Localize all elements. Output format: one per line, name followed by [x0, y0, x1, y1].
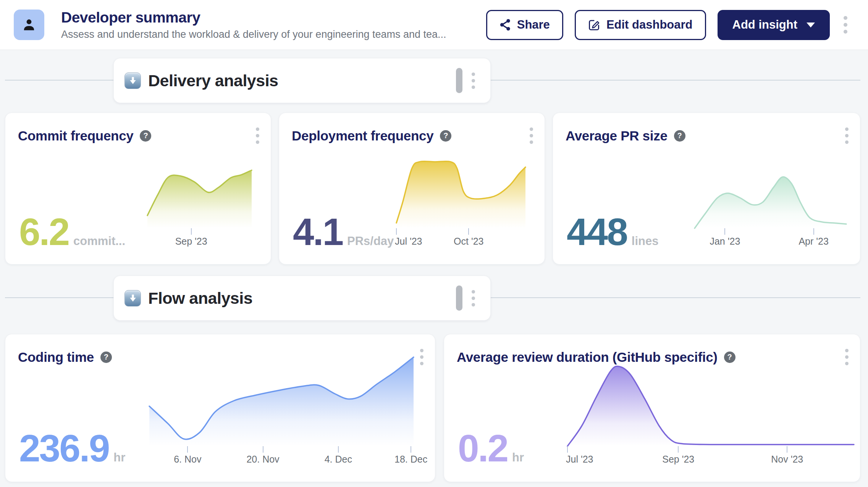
header-kebab-menu-icon[interactable]	[841, 13, 850, 37]
sparkline-average-pr-size	[695, 176, 846, 228]
tick-label: Nov '23	[771, 454, 803, 465]
sparkline-chart: Sep '23	[147, 170, 252, 228]
axis-tick: Sep '23	[678, 446, 679, 453]
sparkline-average-review-duration	[567, 365, 854, 446]
help-icon[interactable]: ?	[100, 352, 112, 363]
tick-mark	[411, 446, 411, 453]
sparkline-chart: Jul '23Oct '23	[396, 162, 525, 228]
share-button[interactable]: Share	[486, 10, 563, 40]
metric-value: 0.2	[458, 433, 508, 463]
tick-label: Jul '23	[395, 236, 422, 247]
axis-tick: Oct '23	[469, 228, 469, 235]
metric-value: 236.9	[19, 433, 109, 463]
add-insight-button-label: Add insight	[732, 18, 797, 32]
sparkline-chart: Jul '23Sep '23Nov '23	[567, 365, 854, 446]
down-arrow-emoji-icon	[124, 73, 141, 89]
edit-icon	[588, 19, 600, 31]
tick-label: 18. Dec	[394, 454, 427, 465]
metric-value: 6.2	[19, 217, 69, 247]
metric-unit: PRs/day	[347, 234, 394, 248]
tick-mark	[468, 228, 469, 235]
metric: 6.2 commit...	[19, 217, 125, 248]
metric-unit: hr	[113, 451, 125, 464]
drag-handle[interactable]	[456, 68, 462, 93]
section-title: Delivery analysis	[148, 71, 278, 90]
tick-label: 20. Nov	[246, 454, 279, 465]
card-average-pr-size: Average PR size ? 448 lines Jan '23Apr '…	[553, 113, 860, 264]
help-icon[interactable]: ?	[140, 130, 151, 142]
sparkline-commit-frequency	[147, 170, 252, 228]
card-header: Average PR size ?	[566, 124, 851, 147]
tick-label: Apr '23	[798, 236, 828, 247]
tick-mark	[813, 228, 814, 235]
share-button-label: Share	[517, 18, 550, 32]
axis-tick: 18. Dec	[411, 446, 411, 453]
tick-label: 4. Dec	[325, 454, 352, 465]
section-header-flow-analysis: Flow analysis	[113, 276, 491, 321]
tick-mark	[724, 228, 725, 235]
tick-label: 6. Nov	[174, 454, 201, 465]
card-kebab-menu-icon[interactable]	[527, 124, 535, 147]
card-title: Average review duration (GitHub specific…	[457, 350, 718, 365]
metric-value: 448	[567, 217, 627, 247]
tick-mark	[396, 228, 397, 235]
sparkline-deployment-frequency	[396, 162, 525, 228]
metric-unit: hr	[512, 451, 524, 464]
page-subtitle: Assess and understand the workload & del…	[61, 29, 446, 40]
tick-label: Jul '23	[566, 454, 593, 465]
card-title: Deployment frequency	[292, 128, 433, 144]
axis-tick: Apr '23	[814, 228, 814, 235]
metric-unit: commit...	[73, 234, 125, 248]
metric: 448 lines	[567, 217, 659, 248]
card-title: Commit frequency	[18, 128, 133, 144]
tick-mark	[678, 446, 679, 453]
drag-handle[interactable]	[456, 285, 462, 311]
add-insight-button[interactable]: Add insight	[718, 10, 830, 40]
card-kebab-menu-icon[interactable]	[843, 124, 851, 147]
section-header-delivery-analysis: Delivery analysis	[113, 58, 491, 103]
axis-tick: 6. Nov	[188, 446, 188, 453]
axis-tick: Nov '23	[787, 446, 787, 453]
page-header: Developer summary Assess and understand …	[0, 0, 868, 50]
help-icon[interactable]: ?	[724, 352, 735, 363]
header-actions: Share Edit dashboard Add insight	[486, 10, 850, 40]
axis-tick: 20. Nov	[263, 446, 263, 453]
tick-label: Sep '23	[662, 454, 694, 465]
section-kebab-menu-icon[interactable]	[469, 287, 477, 310]
metric-value: 4.1	[293, 217, 343, 247]
sparkline-coding-time	[149, 355, 414, 446]
card-title: Coding time	[18, 350, 94, 365]
card-header: Commit frequency ?	[18, 124, 262, 147]
axis-tick: Sep '23	[191, 228, 192, 235]
tick-mark	[191, 228, 192, 235]
tick-label: Oct '23	[454, 236, 483, 247]
card-title: Average PR size	[566, 128, 668, 144]
tick-mark	[338, 446, 339, 453]
card-kebab-menu-icon[interactable]	[254, 124, 262, 147]
card-deployment-frequency: Deployment frequency ? 4.1 PRs/day Jul '…	[279, 113, 545, 264]
card-kebab-menu-icon[interactable]	[418, 346, 426, 368]
axis-tick: 4. Dec	[338, 446, 339, 453]
sparkline-chart: Jan '23Apr '23	[695, 176, 846, 228]
tick-label: Jan '23	[710, 236, 740, 247]
page-title: Developer summary	[61, 9, 446, 26]
metric-unit: lines	[632, 234, 659, 248]
avatar	[14, 10, 44, 40]
card-coding-time: Coding time ? 236.9 hr 6. Nov20. Nov4. D…	[5, 334, 435, 482]
tick-label: Sep '23	[175, 236, 207, 247]
tick-mark	[187, 446, 188, 453]
edit-dashboard-button[interactable]: Edit dashboard	[575, 10, 706, 40]
person-icon	[21, 17, 37, 33]
card-commit-frequency: Commit frequency ? 6.2 commit... Sep '23	[5, 113, 271, 264]
metric: 4.1 PRs/day	[293, 217, 394, 248]
card-average-review-duration: Average review duration (GitHub specific…	[444, 334, 860, 482]
help-icon[interactable]: ?	[674, 130, 685, 142]
tick-mark	[787, 446, 787, 453]
header-titles: Developer summary Assess and understand …	[61, 9, 446, 41]
help-icon[interactable]: ?	[440, 130, 451, 142]
section-title: Flow analysis	[148, 289, 252, 308]
developer-summary-dashboard: Developer summary Assess and understand …	[0, 0, 868, 487]
tick-mark	[263, 446, 263, 453]
section-kebab-menu-icon[interactable]	[469, 69, 477, 92]
metric: 0.2 hr	[458, 433, 524, 464]
